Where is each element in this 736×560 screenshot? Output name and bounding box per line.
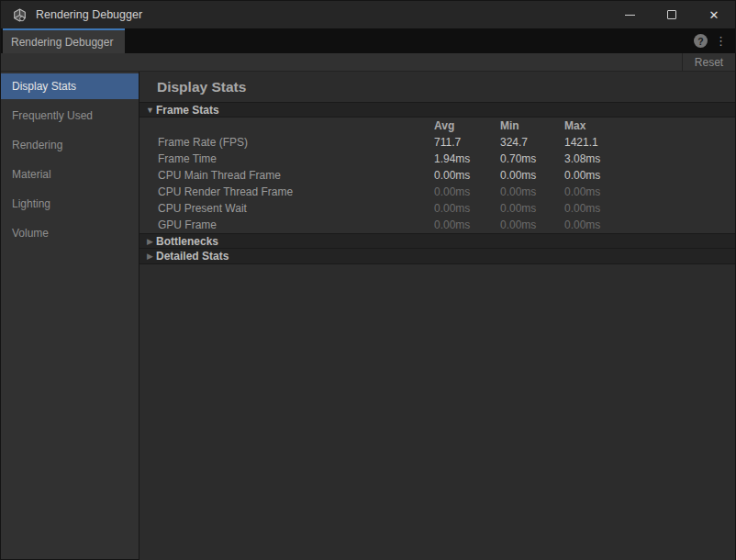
- close-button[interactable]: ✕: [693, 1, 735, 28]
- foldout-frame-stats[interactable]: ▼ Frame Stats: [139, 102, 735, 118]
- table-header-row: Avg Min Max: [139, 118, 735, 134]
- chevron-down-icon: ▼: [144, 106, 156, 115]
- foldout-label: Detailed Stats: [156, 250, 229, 263]
- page-title: Display Stats: [139, 72, 735, 102]
- tab-label: Rendering Debugger: [11, 36, 113, 49]
- maximize-icon: [667, 10, 676, 19]
- unity-logo-icon: [12, 7, 28, 23]
- main-panel: Display Stats ▼ Frame Stats Avg Min Max …: [139, 72, 735, 559]
- col-header-max: Max: [564, 119, 735, 132]
- panel-empty-area: [139, 264, 735, 560]
- titlebar[interactable]: Rendering Debugger ✕: [1, 1, 735, 28]
- sidebar-item-volume[interactable]: Volume: [1, 220, 139, 246]
- help-icon[interactable]: ?: [694, 34, 708, 48]
- rendering-debugger-window: Rendering Debugger ✕ Rendering Debugger …: [0, 0, 736, 560]
- minimize-button[interactable]: [608, 1, 651, 28]
- sidebar-item-display-stats[interactable]: Display Stats: [1, 73, 139, 99]
- sidebar-item-material[interactable]: Material: [1, 162, 139, 187]
- reset-button[interactable]: Reset: [683, 53, 735, 71]
- sidebar: Display Stats Frequently Used Rendering …: [1, 72, 139, 559]
- foldout-label: Frame Stats: [156, 104, 219, 117]
- foldout-label: Bottlenecks: [156, 235, 218, 248]
- col-header-avg: Avg: [434, 119, 500, 132]
- sidebar-item-frequently-used[interactable]: Frequently Used: [1, 103, 139, 129]
- tabbar-icons: ? ⋮: [694, 28, 735, 53]
- foldout-bottlenecks[interactable]: ▶ Bottlenecks: [139, 233, 735, 249]
- tab-bar: Rendering Debugger ? ⋮: [1, 28, 735, 53]
- window-title: Rendering Debugger: [36, 8, 142, 21]
- sidebar-item-rendering[interactable]: Rendering: [1, 132, 139, 158]
- close-icon: ✕: [709, 9, 719, 21]
- toolbar: Reset: [1, 53, 735, 72]
- foldout-detailed-stats[interactable]: ▶ Detailed Stats: [139, 249, 735, 264]
- chevron-right-icon: ▶: [144, 237, 156, 246]
- table-row-cpu-present-wait: CPU Present Wait 0.00ms 0.00ms 0.00ms: [139, 200, 735, 217]
- kebab-menu-icon[interactable]: ⋮: [715, 35, 727, 47]
- table-row-cpu-main-thread: CPU Main Thread Frame 0.00ms 0.00ms 0.00…: [139, 167, 735, 184]
- tab-rendering-debugger[interactable]: Rendering Debugger: [3, 28, 125, 53]
- maximize-button[interactable]: [651, 1, 693, 28]
- table-row-frame-rate: Frame Rate (FPS) 711.7 324.7 1421.1: [139, 134, 735, 151]
- chevron-right-icon: ▶: [144, 252, 156, 261]
- table-row-gpu-frame: GPU Frame 0.00ms 0.00ms 0.00ms: [139, 217, 735, 233]
- table-row-frame-time: Frame Time 1.94ms 0.70ms 3.08ms: [139, 151, 735, 167]
- sidebar-item-lighting[interactable]: Lighting: [1, 191, 139, 217]
- window-controls: ✕: [608, 1, 735, 28]
- col-header-min: Min: [500, 119, 564, 132]
- minimize-icon: [625, 15, 635, 16]
- table-row-cpu-render-thread: CPU Render Thread Frame 0.00ms 0.00ms 0.…: [139, 184, 735, 200]
- frame-stats-table: Avg Min Max Frame Rate (FPS) 711.7 324.7…: [139, 118, 735, 233]
- window-body: Display Stats Frequently Used Rendering …: [1, 72, 735, 559]
